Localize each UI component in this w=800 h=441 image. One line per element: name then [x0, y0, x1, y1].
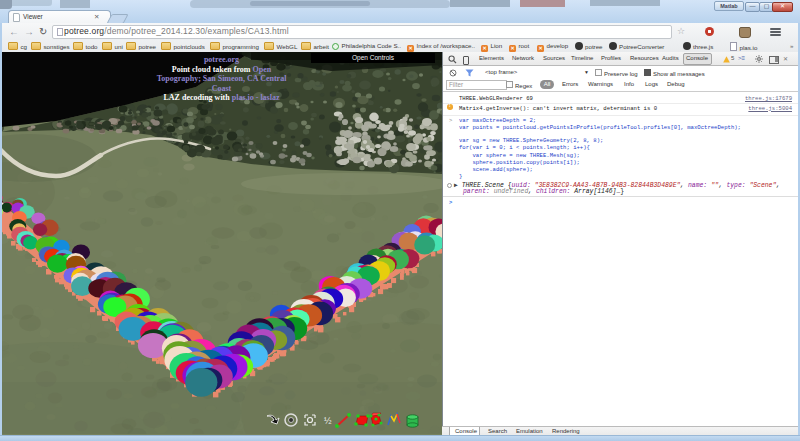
svg-text:½: ½: [324, 416, 332, 426]
